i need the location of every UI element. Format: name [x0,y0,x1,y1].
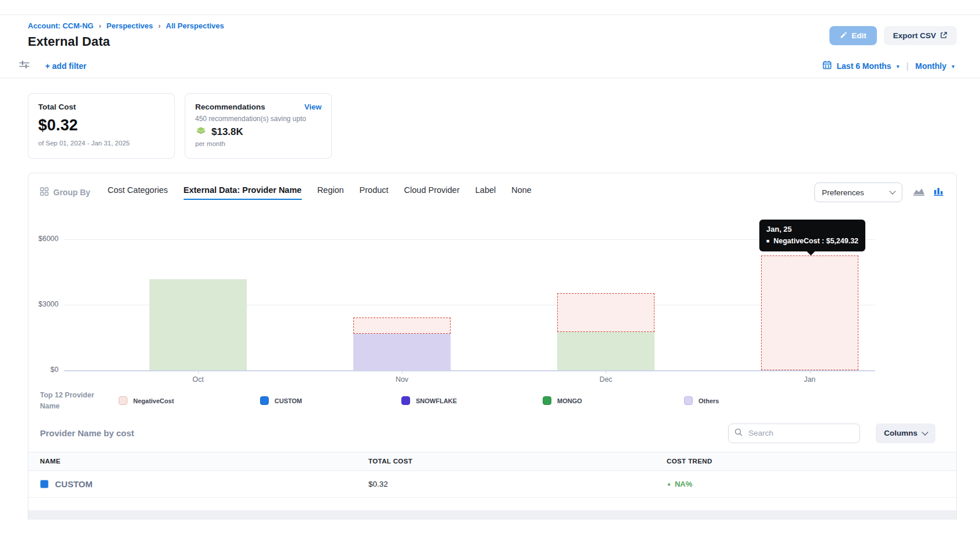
export-csv-button[interactable]: Export CSV [884,26,957,45]
table-header-row: NAMETOTAL COSTCOST TREND [28,452,956,471]
x-axis-tick [198,371,199,374]
tab-product[interactable]: Product [360,185,389,200]
pencil-icon [840,31,847,41]
cost-trend-value: NA% [675,480,692,488]
x-axis-tick-label: Jan [784,375,836,384]
search-input[interactable] [747,428,846,438]
search-box[interactable] [728,424,860,443]
table-row[interactable]: CUSTOM$0.32▲NA% [28,471,956,498]
legend-title: Top 12 Provider Name [40,390,100,412]
savings-icon [195,126,207,138]
bar-segment-negativecost-jan[interactable] [761,255,858,370]
provider-swatch-icon [40,480,49,488]
total-cost-cell: $0.32 [368,480,667,488]
chevron-down-icon[interactable]: ▾ [952,63,955,70]
grid-icon [40,187,49,198]
legend-swatch-icon [401,396,410,405]
provider-name: CUSTOM [55,479,93,489]
legend-swatch-icon [543,396,551,405]
breadcrumb-item[interactable]: Account: CCM-NG [28,21,93,30]
tab-region[interactable]: Region [317,185,344,200]
total-cost-period: of Sep 01, 2024 - Jan 31, 2025 [38,140,164,147]
chevron-down-icon [922,429,928,435]
breadcrumb-item[interactable]: All Perspectives [166,21,224,30]
bar-segment-negativecost-dec[interactable] [557,293,654,332]
legend-swatch-icon [119,396,127,405]
savings-amount: $13.8K [211,126,243,138]
group-by-tabs: Cost CategoriesExternal Data: Provider N… [108,185,532,200]
recommendations-card: Recommendations View 450 recommendation(… [185,93,332,159]
calendar-icon [822,60,832,71]
table-body: CUSTOM$0.32▲NA% [28,471,956,498]
group-by-label: Group By [40,187,90,198]
x-axis-tick-label: Dec [580,375,632,384]
breadcrumb-separator: › [158,21,160,30]
column-header-total-cost: TOTAL COST [368,458,667,465]
columns-button[interactable]: Columns [876,424,935,443]
bar-segment-mongo-dec[interactable] [557,332,654,370]
recommendations-suffix: per month [195,140,321,147]
add-filter-button[interactable]: + add filter [45,61,86,71]
date-controls: Last 6 Months ▾ | Monthly ▾ [822,60,955,71]
date-range-dropdown[interactable]: Last 6 Months [837,61,891,71]
x-axis-tick [810,371,810,374]
x-axis-tick [606,371,606,374]
bar-segment-negativecost-nov[interactable] [353,317,451,334]
table-footer-strip [28,510,956,520]
legend-item-snowflake[interactable]: SNOWFLAKE [401,396,543,405]
granularity-dropdown[interactable]: Monthly [915,61,946,71]
area-chart-icon[interactable] [913,187,925,198]
top-strip [0,0,980,15]
legend-swatch-icon [684,396,693,405]
perspective-card: Group By Cost CategoriesExternal Data: P… [28,173,957,520]
preferences-dropdown[interactable]: Preferences [814,182,902,202]
legend-label: NegativeCost [133,397,174,404]
legend-label: SNOWFLAKE [416,397,457,404]
bar-segment-others-nov[interactable] [353,334,451,370]
legend-item-negativecost[interactable]: NegativeCost [119,396,260,405]
tab-cost-categories[interactable]: Cost Categories [108,185,168,200]
bar-chart-icon[interactable] [934,187,944,198]
table-toolbar: Provider Name by cost Columns [28,412,956,443]
edit-button[interactable]: Edit [829,26,877,45]
page-header: Account: CCM-NG›Perspectives›All Perspec… [0,15,980,54]
x-axis-line [64,370,875,371]
legend-item-mongo[interactable]: MONGO [543,396,684,405]
tooltip-value: NegativeCost : $5,249.32 [773,236,858,246]
y-axis-tick-label: $0 [30,366,58,374]
total-cost-card: Total Cost $0.32 of Sep 01, 2024 - Jan 3… [28,93,175,159]
tab-label[interactable]: Label [476,185,496,200]
x-axis-tick-label: Nov [376,375,428,384]
summary-cards: Total Cost $0.32 of Sep 01, 2024 - Jan 3… [0,78,980,159]
tab-none[interactable]: None [511,185,532,200]
tab-cloud-provider[interactable]: Cloud Provider [404,185,460,200]
recommendations-subtitle: 450 recommendation(s) saving upto [195,115,321,123]
chart-tooltip: Jan, 25 ■ NegativeCost : $5,249.32 [759,220,865,251]
tooltip-bullet-icon: ■ [766,239,769,244]
header-actions: Edit Export CSV [829,26,957,45]
x-axis-tick [402,371,403,374]
tab-external-data-provider-name[interactable]: External Data: Provider Name [184,185,302,200]
filter-bar: + add filter Last 6 Months ▾ | Monthly ▾ [0,54,980,78]
table-title: Provider Name by cost [40,428,134,438]
view-recommendations-link[interactable]: View [305,103,321,111]
chart-controls: Preferences [814,182,944,202]
chart-legend: Top 12 Provider Name NegativeCostCUSTOMS… [28,388,956,412]
recommendations-label: Recommendations [195,103,265,111]
breadcrumb-item[interactable]: Perspectives [107,21,153,30]
total-cost-value: $0.32 [38,116,164,134]
page: Account: CCM-NG›Perspectives›All Perspec… [0,0,980,533]
legend-item-custom[interactable]: CUSTOM [260,396,401,405]
legend-label: CUSTOM [275,397,302,404]
breadcrumb-separator: › [98,21,101,30]
group-by-row: Group By Cost CategoriesExternal Data: P… [28,173,956,202]
bar-segment-mongo-oct[interactable] [149,279,247,370]
legend-item-others[interactable]: Others [684,396,825,405]
chevron-down-icon[interactable]: ▾ [897,63,899,70]
total-cost-label: Total Cost [38,103,164,111]
external-link-icon [940,31,948,41]
column-header-name: NAME [40,458,368,465]
page-title: External Data [28,34,224,49]
filter-sliders-icon[interactable] [19,60,30,71]
y-axis-tick-label: $3000 [30,300,58,308]
